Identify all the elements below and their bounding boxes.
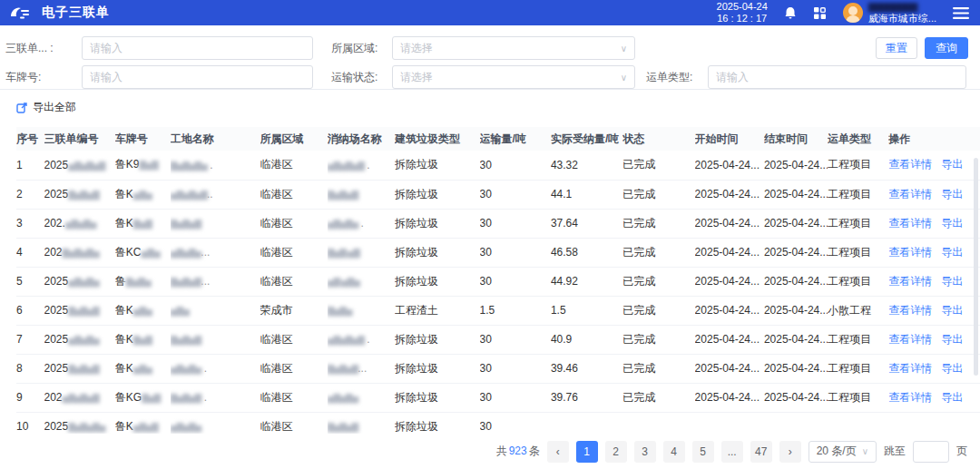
page-button-3[interactable]: 3 xyxy=(634,441,656,463)
view-details-link[interactable]: 查看详情 xyxy=(888,362,932,375)
plate-number-input[interactable]: 请输入 xyxy=(82,65,313,89)
cell-start: 2025-04-24... xyxy=(695,325,764,354)
cell-start: 2025-04-24... xyxy=(695,238,764,267)
view-details-link[interactable]: 查看详情 xyxy=(888,333,932,346)
export-row-link[interactable]: 导出 xyxy=(941,333,963,346)
cell-dump: ▇▅▇▅▇ xyxy=(328,180,395,209)
export-row-link[interactable]: 导出 xyxy=(941,188,963,200)
cell-waste: 拆除垃圾 xyxy=(395,209,480,238)
view-details-link[interactable]: 查看详情 xyxy=(888,246,932,259)
export-row-link[interactable]: 导出 xyxy=(941,275,963,288)
jump-page-suffix: 页 xyxy=(956,444,967,459)
cell-site: ▅▇▅▇▅ xyxy=(171,412,260,434)
region-select[interactable]: 请选择 ∨ xyxy=(392,36,635,60)
column-header: 运单类型 xyxy=(828,127,888,151)
cell-actions: 查看详情导出 xyxy=(888,151,980,180)
redacted-text: ▅▇▅▇▅▇ xyxy=(63,393,99,403)
page-title: 电子三联单 xyxy=(42,5,110,21)
column-header: 开始时间 xyxy=(695,127,764,151)
page-size-select[interactable]: 20 条/页 ∨ xyxy=(808,441,877,463)
view-details-link[interactable]: 查看详情 xyxy=(888,158,932,171)
cell-plate: 鲁K▅▇▅▇ xyxy=(115,412,171,434)
user-avatar[interactable] xyxy=(843,3,863,23)
cell-otype: 工程项目 xyxy=(828,151,888,180)
export-row-link[interactable]: 导出 xyxy=(941,362,963,375)
waybill-type-input[interactable]: 请输入 xyxy=(708,65,966,89)
query-button[interactable]: 查询 xyxy=(925,37,968,59)
cell-otype: 工程项目 xyxy=(828,238,888,267)
cell-sn: 9 xyxy=(16,383,44,412)
vertical-scrollbar[interactable] xyxy=(974,158,978,376)
redacted-text: ▇▅▇▅▇▅ xyxy=(68,422,104,432)
cell-end: 2025-04-24... xyxy=(764,151,828,180)
cell-status: 已完成 xyxy=(622,209,694,238)
top-bar: 电子三联单 2025-04-24 16 : 12 : 17 ▇▇▇▇▇▇▇▇ xyxy=(0,0,980,25)
cell-plate: 鲁K▅▇▅ xyxy=(115,180,171,209)
tripform-number-input[interactable]: 请输入 xyxy=(82,36,313,60)
cell-status: 已完成 xyxy=(622,151,694,180)
export-row-link[interactable]: 导出 xyxy=(941,217,963,230)
cell-end: 2025-04-24... xyxy=(764,383,828,412)
view-details-link[interactable]: 查看详情 xyxy=(888,217,932,230)
export-row-link[interactable]: 导出 xyxy=(941,158,963,171)
notification-bell-icon[interactable] xyxy=(784,6,797,20)
next-page-button[interactable]: › xyxy=(779,441,801,463)
redacted-text: ▇▅▇▅▇ xyxy=(171,219,201,229)
cell-waste: 拆除垃圾 xyxy=(395,151,480,180)
redacted-text: ▅▇▅▇▅ xyxy=(328,393,358,403)
filter-panel: 三联单... : 请输入 所属区域: 请选择 ∨ 重置 查询 车牌号: 请输入 … xyxy=(0,25,980,89)
transport-status-select[interactable]: 请选择 ∨ xyxy=(392,65,635,89)
view-details-link[interactable]: 查看详情 xyxy=(888,188,932,200)
cell-sn: 8 xyxy=(16,354,44,383)
reset-button[interactable]: 重置 xyxy=(876,37,917,59)
redacted-text: ▇▅▇▅▇ xyxy=(171,393,201,403)
cell-sn: 6 xyxy=(16,296,44,325)
cell-waste: 拆除垃圾 xyxy=(395,383,480,412)
cell-amount: 1.5 xyxy=(480,296,551,325)
view-details-link[interactable]: 查看详情 xyxy=(888,275,932,288)
user-account[interactable]: ▇▇▇▇▇▇▇▇ 威海市城市综... xyxy=(843,2,936,24)
cell-sn: 4 xyxy=(16,238,44,267)
cell-end: 2025-04-24... xyxy=(764,267,828,296)
cell-actions xyxy=(888,412,980,434)
page-button-5[interactable]: 5 xyxy=(692,441,714,463)
cell-actual: 44.92 xyxy=(551,267,622,296)
cell-code: 2025▅▇▅▇▅ xyxy=(44,267,115,296)
redacted-text: ▅▇▅▇▅▇ xyxy=(328,161,364,171)
cell-region: 荣成市 xyxy=(260,296,328,325)
page-button-2[interactable]: 2 xyxy=(605,441,627,463)
redacted-text: ▅▇▅▇▅ xyxy=(65,219,95,229)
column-header: 所属区域 xyxy=(260,127,328,151)
table-row: 22025▇▅▇▅▇鲁K▅▇▅▅▇▅▇▅▇..临港区▇▅▇▅▇拆除垃圾3044.… xyxy=(16,180,980,209)
page-button-47[interactable]: 47 xyxy=(750,441,772,463)
cell-actual xyxy=(551,412,622,434)
cell-start: 2025-04-24... xyxy=(695,209,764,238)
export-row-link[interactable]: 导出 xyxy=(941,304,963,317)
cell-start: 2025-04-24... xyxy=(695,383,764,412)
page-button-1[interactable]: 1 xyxy=(576,441,598,463)
prev-page-button[interactable]: ‹ xyxy=(547,441,569,463)
jump-to-page-input[interactable] xyxy=(913,441,949,463)
page-ellipsis[interactable]: ... xyxy=(721,441,743,463)
redacted-text: ▇▅▇▅▇ xyxy=(68,306,98,316)
redacted-text: ▅▇▅▇▅▇ xyxy=(68,161,104,171)
export-row-link[interactable]: 导出 xyxy=(941,391,963,404)
redacted-text: ▅▇▅ xyxy=(133,364,152,374)
export-row-link[interactable]: 导出 xyxy=(941,246,963,259)
cell-code: 2025▅▇▅▇▅▇ xyxy=(44,151,115,180)
cell-waste: 工程渣土 xyxy=(395,296,480,325)
export-all-button[interactable]: 导出全部 xyxy=(16,98,76,116)
waybill-table: 序号三联单编号车牌号工地名称所属区域消纳场名称建筑垃圾类型运输量/吨实际受纳量/… xyxy=(0,127,980,434)
hamburger-menu-icon[interactable] xyxy=(953,7,969,19)
page-button-4[interactable]: 4 xyxy=(663,441,685,463)
plate-number-label: 车牌号: xyxy=(5,65,41,89)
redacted-text: ▅▇▅▇ xyxy=(133,422,158,432)
cell-status: 已完成 xyxy=(622,180,694,209)
app-grid-icon[interactable] xyxy=(813,6,827,20)
cell-waste: 拆除垃圾 xyxy=(395,180,480,209)
view-details-link[interactable]: 查看详情 xyxy=(888,391,932,404)
cell-end: 2025-04-24... xyxy=(764,238,828,267)
cell-sn: 5 xyxy=(16,267,44,296)
view-details-link[interactable]: 查看详情 xyxy=(888,304,932,317)
user-name-redacted: ▇▇▇▇▇▇▇▇ xyxy=(868,2,936,13)
